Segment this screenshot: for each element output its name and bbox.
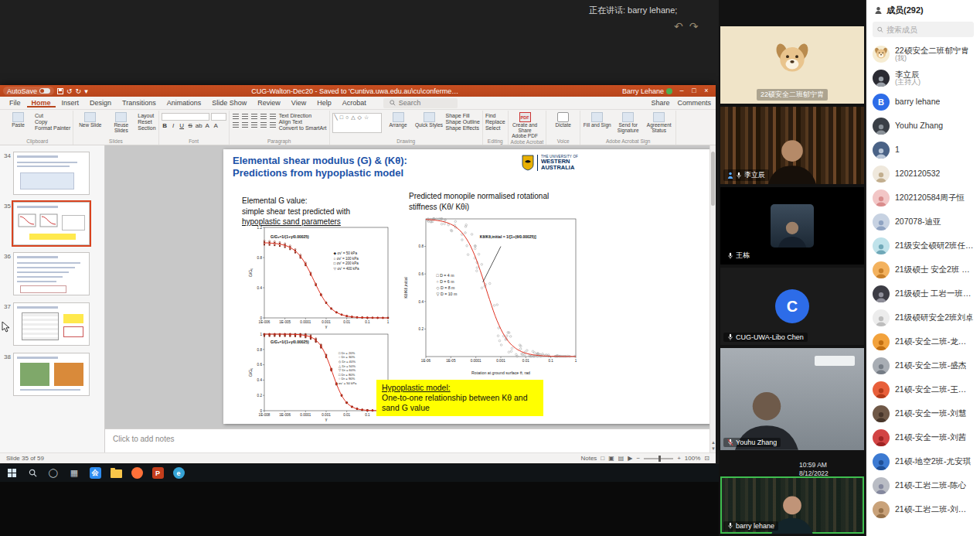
save-icon[interactable] (57, 88, 63, 94)
fit-to-window-icon[interactable]: ⊡ (704, 455, 709, 462)
slideshow-icon[interactable]: ▶ (628, 455, 632, 462)
scrollbar-thumb[interactable] (711, 152, 715, 206)
dictate-button[interactable]: Dictate (549, 111, 577, 128)
member-row-21[interactable]: 21硕-安全一班-刘茜 (866, 425, 980, 449)
member-row-21[interactable]: 21级硕士 工岩一班张依杰 (866, 282, 980, 306)
taskbar-firefox-icon[interactable] (128, 464, 146, 482)
tab-file[interactable]: File (5, 98, 26, 108)
member-row-1[interactable]: 1 (866, 138, 980, 162)
new-slide-button[interactable]: New Slide (76, 111, 104, 128)
slide-sorter-icon[interactable]: ▣ (608, 455, 614, 462)
notes-toggle[interactable]: Notes (580, 455, 597, 462)
find-button[interactable]: Find (485, 113, 505, 118)
b-format-button[interactable]: B (162, 122, 168, 129)
right-caption[interactable]: Predicted monopile normalised rotational… (409, 191, 549, 212)
member-row-21-2[interactable]: 21级安全硕研2班任代维 (866, 234, 980, 258)
qat-dropdown-icon[interactable]: ▾ (84, 87, 88, 95)
member-row-21-2[interactable]: 21级硕士 安全2班 姚瑞 (866, 258, 980, 282)
shape-icon[interactable]: ╲ (335, 114, 338, 121)
slide-thumbnail-38[interactable]: 38 (2, 353, 102, 396)
video-tile-[interactable]: 李立辰 (720, 107, 864, 184)
slide-canvas[interactable]: Elemental shear modulus (G) & (Kθ): Pred… (223, 149, 711, 424)
taskbar-task-view-icon[interactable]: ▦ (65, 464, 83, 482)
tab-insert[interactable]: Insert (57, 98, 84, 108)
member-row-1202120584[interactable]: 1202120584周子恒 (866, 186, 980, 210)
shape-effects-button[interactable]: Shape Effects (446, 125, 480, 131)
replace-button[interactable]: Replace (485, 119, 505, 125)
maximize-button[interactable]: □ (688, 85, 700, 97)
shape-icon[interactable]: ◇ (358, 114, 362, 121)
tab-animations[interactable]: Animations (162, 98, 206, 108)
paragraph-tool-button[interactable] (269, 113, 277, 120)
select-button[interactable]: Select (485, 125, 505, 131)
member-search-input[interactable] (886, 26, 969, 34)
member-row-barry-lehane[interactable]: Bbarry lehane (866, 90, 980, 114)
slide-thumbnail-36[interactable]: 36 (2, 252, 102, 295)
left-caption[interactable]: Elemental G value: simple shear test pre… (242, 196, 350, 227)
zoom-in-icon[interactable]: + (677, 455, 681, 462)
send-for-signature-button[interactable]: Send for Signature (614, 111, 642, 134)
layout-button[interactable]: Layout (138, 113, 155, 118)
quick-styles-button[interactable]: Quick Styles (415, 111, 444, 128)
taskbar-file-explorer-icon[interactable] (107, 464, 125, 482)
paragraph-tool-button[interactable] (241, 113, 249, 120)
convert-to-smartart-button[interactable]: Convert to SmartArt (279, 125, 327, 131)
agreement-status-button[interactable]: Agreement Status (645, 111, 673, 134)
reset-button[interactable]: Reset (138, 119, 155, 125)
autosave-toggle[interactable]: AutoSave (3, 87, 54, 95)
taskbar-cortana-icon[interactable]: ◯ (44, 464, 63, 482)
slide-thumbnail-34[interactable]: 34 (2, 152, 102, 195)
i-format-button[interactable]: I (170, 122, 177, 129)
member-search[interactable] (873, 22, 974, 37)
shape-icon[interactable]: □ (340, 114, 343, 121)
taskbar-edge-icon[interactable]: e (169, 464, 188, 482)
member-row-21[interactable]: 21硕-安全二班-龙镜元 (866, 329, 980, 353)
font-tool-button[interactable]: ab (196, 122, 202, 129)
shape-icon[interactable]: △ (351, 114, 355, 121)
member-row-youhu-zhang[interactable]: Youhu Zhang (866, 114, 980, 138)
format-painter-button[interactable]: Format Painter (35, 125, 70, 131)
font-name-box[interactable] (162, 113, 209, 121)
next-slide-icon[interactable]: ▼ (710, 446, 716, 451)
taskbar-search-icon[interactable] (23, 464, 42, 482)
section-button[interactable]: Section (138, 125, 155, 131)
member-row-22[interactable]: 22硕安全二班郁宁胄(我) (866, 42, 980, 66)
tab-view[interactable]: View (287, 98, 311, 108)
shape-icon[interactable]: ○ (345, 114, 349, 121)
paste-button[interactable]: Paste (4, 111, 32, 128)
tab-acrobat[interactable]: Acrobat (338, 98, 371, 108)
member-row-21[interactable]: 21硕-安全一班-刘慧 (866, 401, 980, 425)
member-row-207078[interactable]: 207078-迪亚 (866, 210, 980, 234)
zoom-level[interactable]: 100% (685, 455, 700, 462)
reading-view-icon[interactable]: ▤ (618, 455, 624, 462)
font-size-box[interactable] (211, 113, 226, 121)
shape-outline-button[interactable]: Shape Outline (446, 119, 480, 125)
zoom-slider[interactable] (644, 458, 673, 459)
copy-button[interactable]: Copy (35, 119, 70, 125)
zoom-out-icon[interactable]: − (636, 455, 640, 462)
notes-pane[interactable]: Click to add notes (105, 428, 709, 452)
align-text-button[interactable]: Align Text (279, 119, 327, 125)
member-row-21[interactable]: 21硕-安全二班-王昌昊 (866, 377, 980, 401)
paragraph-tool-button[interactable] (250, 113, 258, 120)
shape-icon[interactable]: ☆ (364, 114, 369, 121)
member-row-21[interactable]: 21硕-工岩二班-刘金晨 (866, 497, 980, 521)
tab-review[interactable]: Review (253, 98, 285, 108)
tab-help[interactable]: Help (312, 98, 336, 108)
taskbar-meeting-app-icon[interactable]: 会 (86, 464, 104, 482)
member-row-21-2[interactable]: 21硕-地空2班-尤安琪 (866, 449, 980, 473)
video-tile-barry-lehane[interactable]: barry lehane (720, 476, 864, 534)
chart-monopile-stiffness[interactable]: 1E-061E-050.00010.0010.010.110.80.60.40.… (403, 216, 580, 375)
create-and-share-adobe-pdf-button[interactable]: Create and Share Adobe PDF (511, 111, 539, 138)
s-format-button[interactable]: S (187, 122, 194, 129)
shape-fill-button[interactable]: Shape Fill (446, 113, 480, 118)
arrange-button[interactable]: Arrange (384, 111, 413, 128)
slide-thumbnail-35[interactable]: 35 (2, 202, 102, 245)
paragraph-tool-button[interactable] (232, 121, 240, 128)
video-tile-[interactable]: 王栋 (720, 187, 864, 265)
close-button[interactable]: × (700, 85, 713, 97)
cut-button[interactable]: Cut (35, 113, 70, 118)
tab-slide-show[interactable]: Slide Show (207, 98, 251, 108)
share-button[interactable]: Share (651, 99, 669, 107)
member-row-21[interactable]: 21硕-工岩二班-陈心 (866, 473, 980, 497)
